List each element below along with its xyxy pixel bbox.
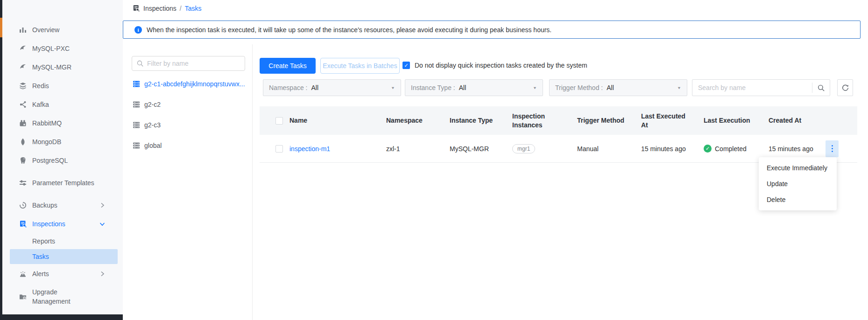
menu-item-delete[interactable]: Delete — [759, 192, 837, 208]
sidebar-item-upgrade-management[interactable]: Upgrade Management — [2, 284, 123, 310]
cluster-name: g2-c1-abcdefghijklmnopqrstuvwx... — [144, 80, 248, 88]
refresh-button[interactable] — [837, 79, 853, 96]
sidebar-subitem-label: Tasks — [32, 253, 49, 260]
sidebar-item-inspections[interactable]: Inspections — [2, 215, 123, 233]
cluster-filter-input-wrap — [132, 56, 245, 71]
sidebar-item-alerts[interactable]: Alerts — [2, 264, 123, 284]
sidebar-item-label: Inspections — [32, 219, 95, 229]
namespace-select[interactable]: Namespace : All ▼ — [263, 79, 401, 96]
sidebar-item-label: MongoDB — [32, 137, 95, 146]
layers-icon — [19, 82, 27, 90]
info-banner: i When the inspection task is executed, … — [123, 21, 861, 39]
sidebar-item-mongodb[interactable]: MongoDB — [2, 132, 123, 151]
cluster-name: global — [144, 142, 248, 149]
cluster-name: g2-c3 — [144, 121, 248, 129]
sidebar-item-overview[interactable]: Overview — [2, 21, 123, 39]
trigger-method-select-label: Trigger Method : — [555, 84, 603, 91]
breadcrumb-separator: / — [180, 5, 182, 12]
cluster-item[interactable]: g2-c3 — [123, 115, 252, 135]
server-icon — [132, 121, 141, 129]
sidebar-subitem-label: Reports — [32, 237, 55, 245]
cluster-list: g2-c1-abcdefghijklmnopqrstuvwx... g2-c2 … — [123, 74, 252, 156]
task-name-link[interactable]: inspection-m1 — [289, 145, 330, 153]
execute-tasks-in-batches-button[interactable]: Execute Tasks in Batches — [320, 58, 400, 74]
trigger-method-select-value: All — [607, 84, 614, 91]
column-header-namespace: Namespace — [386, 116, 450, 125]
menu-item-execute-immediately[interactable]: Execute Immediately — [759, 160, 837, 176]
dolphin-icon — [19, 63, 27, 71]
cluster-item[interactable]: global — [123, 135, 252, 156]
row-actions-kebab-button[interactable] — [826, 140, 839, 157]
select-all-checkbox[interactable] — [275, 117, 283, 125]
search-by-name-wrap — [692, 79, 830, 96]
sidebar-nav: Overview MySQL-PXC MySQL-MGR Redis — [2, 21, 123, 310]
row-checkbox[interactable] — [275, 145, 283, 153]
sidebar-item-label: MySQL-PXC — [32, 44, 95, 53]
column-header-trigger-method: Trigger Method — [577, 116, 641, 125]
cluster-name: g2-c2 — [144, 101, 248, 108]
cell-trigger-method: Manual — [577, 145, 641, 153]
cluster-filter-input[interactable] — [147, 60, 245, 67]
sidebar-item-mysql-pxc[interactable]: MySQL-PXC — [2, 39, 123, 58]
sidebar: Overview MySQL-PXC MySQL-MGR Redis — [2, 0, 123, 320]
sidebar-item-label: Alerts — [32, 269, 95, 278]
dolphin-icon — [19, 44, 27, 53]
breadcrumb-current[interactable]: Tasks — [185, 5, 202, 12]
info-banner-text: When the inspection task is executed, it… — [147, 26, 551, 34]
cell-namespace: zxl-1 — [386, 145, 450, 153]
chevron-down-icon — [98, 220, 106, 228]
column-header-last-execution: Last Execution — [704, 116, 769, 125]
sidebar-subitem-reports[interactable]: Reports — [2, 233, 123, 249]
create-tasks-button[interactable]: Create Tasks — [260, 58, 316, 74]
refresh-icon — [841, 84, 849, 92]
search-by-name-input[interactable] — [692, 84, 812, 91]
sidebar-subitem-tasks[interactable]: Tasks — [10, 249, 118, 264]
sidebar-item-label: Upgrade Management — [32, 287, 95, 306]
server-icon — [132, 100, 141, 109]
search-button[interactable] — [812, 83, 830, 93]
instance-type-select-label: Instance Type : — [411, 84, 455, 91]
sidebar-item-kafka[interactable]: Kafka — [2, 95, 123, 114]
caret-down-icon: ▼ — [677, 86, 681, 90]
menu-item-update[interactable]: Update — [759, 176, 837, 192]
caret-down-icon: ▼ — [391, 86, 395, 90]
trigger-method-select[interactable]: Trigger Method : All ▼ — [549, 79, 687, 96]
sidebar-item-rabbitmq[interactable]: RabbitMQ — [2, 114, 123, 132]
elephant-icon — [19, 156, 27, 165]
sidebar-item-backups[interactable]: Backups — [2, 196, 123, 215]
server-icon — [132, 80, 141, 88]
tasks-table: Name Namespace Instance Type Inspection … — [260, 106, 857, 163]
panel-divider — [252, 44, 253, 320]
instance-type-select[interactable]: Instance Type : All ▼ — [405, 79, 543, 96]
cluster-item[interactable]: g2-c1-abcdefghijklmnopqrstuvwx... — [123, 74, 252, 94]
sidebar-item-label: Backups — [32, 201, 95, 210]
sidebar-item-postgresql[interactable]: PostgreSQL — [2, 151, 123, 170]
hide-quick-tasks-checkbox[interactable]: ✓ — [402, 62, 410, 69]
table-header-row: Name Namespace Instance Type Inspection … — [260, 106, 857, 135]
chevron-right-icon — [98, 201, 106, 209]
chevron-right-icon — [98, 270, 106, 278]
row-actions-menu: Execute Immediately Update Delete — [759, 157, 837, 210]
alarm-icon — [19, 270, 27, 278]
namespace-select-value: All — [311, 84, 318, 91]
app-window: Overview MySQL-PXC MySQL-MGR Redis — [0, 0, 868, 320]
cell-last-executed-at: 15 minutes ago — [641, 145, 704, 153]
column-header-name: Name — [289, 116, 319, 125]
breadcrumb-section[interactable]: Inspections — [143, 5, 176, 12]
sidebar-bottom-band — [0, 314, 123, 320]
inspection-icon — [19, 220, 27, 228]
cluster-item[interactable]: g2-c2 — [123, 94, 252, 115]
sidebar-item-mysql-mgr[interactable]: MySQL-MGR — [2, 58, 123, 77]
sidebar-item-parameter-templates[interactable]: Parameter Templates — [2, 170, 123, 196]
search-icon — [817, 84, 825, 92]
inspection-instance-tag: mgr1 — [512, 144, 535, 153]
cell-instance-type: MySQL-MGR — [450, 145, 512, 153]
sidebar-item-redis[interactable]: Redis — [2, 77, 123, 95]
column-header-created-at: Created At — [769, 116, 826, 125]
sliders-icon — [19, 179, 27, 187]
server-icon — [132, 141, 141, 150]
kafka-icon — [19, 100, 27, 109]
bar-chart-icon — [19, 26, 27, 34]
sidebar-item-label: Parameter Templates — [32, 178, 95, 188]
hide-quick-tasks-option: ✓ Do not display quick inspection tasks … — [402, 62, 587, 69]
